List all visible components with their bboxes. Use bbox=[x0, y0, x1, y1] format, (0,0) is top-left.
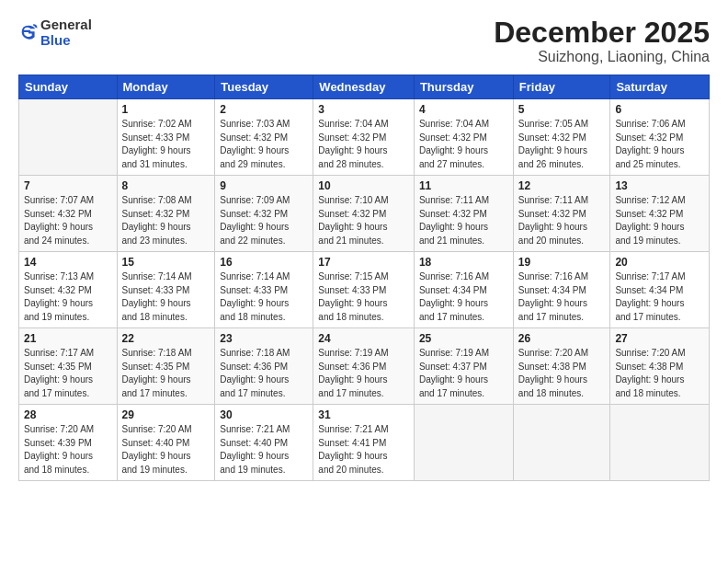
day-info: Sunrise: 7:04 AM Sunset: 4:32 PM Dayligh… bbox=[318, 118, 409, 171]
calendar-day-5-2: 29Sunrise: 7:20 AM Sunset: 4:40 PM Dayli… bbox=[117, 405, 215, 481]
calendar-day-2-6: 12Sunrise: 7:11 AM Sunset: 4:32 PM Dayli… bbox=[513, 176, 610, 252]
calendar-week-5: 28Sunrise: 7:20 AM Sunset: 4:39 PM Dayli… bbox=[19, 405, 710, 481]
day-number: 20 bbox=[615, 256, 704, 269]
calendar-day-1-2: 1Sunrise: 7:02 AM Sunset: 4:33 PM Daylig… bbox=[117, 99, 215, 176]
day-info: Sunrise: 7:02 AM Sunset: 4:33 PM Dayligh… bbox=[122, 118, 210, 171]
day-info: Sunrise: 7:18 AM Sunset: 4:35 PM Dayligh… bbox=[122, 347, 210, 400]
calendar-day-2-4: 10Sunrise: 7:10 AM Sunset: 4:32 PM Dayli… bbox=[313, 176, 415, 252]
page: General Blue December 2025 Suizhong, Lia… bbox=[0, 0, 728, 563]
calendar-day-4-4: 24Sunrise: 7:19 AM Sunset: 4:36 PM Dayli… bbox=[313, 328, 415, 405]
logo-icon bbox=[18, 22, 39, 42]
calendar-day-4-7: 27Sunrise: 7:20 AM Sunset: 4:38 PM Dayli… bbox=[610, 328, 710, 405]
day-number: 29 bbox=[122, 408, 210, 421]
calendar-header-row: SundayMondayTuesdayWednesdayThursdayFrid… bbox=[19, 75, 710, 99]
calendar-day-5-4: 31Sunrise: 7:21 AM Sunset: 4:41 PM Dayli… bbox=[313, 405, 415, 481]
day-number: 3 bbox=[318, 103, 409, 116]
header: General Blue December 2025 Suizhong, Lia… bbox=[18, 17, 710, 65]
column-header-sunday: Sunday bbox=[19, 75, 118, 99]
day-info: Sunrise: 7:17 AM Sunset: 4:35 PM Dayligh… bbox=[24, 347, 112, 400]
calendar-week-1: 1Sunrise: 7:02 AM Sunset: 4:33 PM Daylig… bbox=[19, 99, 710, 176]
calendar-day-1-5: 4Sunrise: 7:04 AM Sunset: 4:32 PM Daylig… bbox=[414, 99, 513, 176]
page-title: December 2025 bbox=[494, 17, 710, 49]
calendar-day-3-5: 18Sunrise: 7:16 AM Sunset: 4:34 PM Dayli… bbox=[414, 252, 513, 328]
calendar-day-4-5: 25Sunrise: 7:19 AM Sunset: 4:37 PM Dayli… bbox=[414, 328, 513, 405]
calendar-day-5-7 bbox=[610, 405, 710, 481]
calendar-day-2-3: 9Sunrise: 7:09 AM Sunset: 4:32 PM Daylig… bbox=[215, 176, 313, 252]
calendar-day-1-3: 2Sunrise: 7:03 AM Sunset: 4:32 PM Daylig… bbox=[215, 99, 313, 176]
calendar-day-4-6: 26Sunrise: 7:20 AM Sunset: 4:38 PM Dayli… bbox=[513, 328, 610, 405]
calendar-day-4-1: 21Sunrise: 7:17 AM Sunset: 4:35 PM Dayli… bbox=[19, 328, 118, 405]
column-header-tuesday: Tuesday bbox=[215, 75, 313, 99]
calendar-week-2: 7Sunrise: 7:07 AM Sunset: 4:32 PM Daylig… bbox=[19, 176, 710, 252]
logo: General Blue bbox=[18, 17, 92, 49]
column-header-monday: Monday bbox=[117, 75, 215, 99]
column-header-saturday: Saturday bbox=[610, 75, 710, 99]
day-number: 11 bbox=[419, 179, 508, 192]
day-number: 2 bbox=[220, 103, 308, 116]
day-number: 16 bbox=[220, 256, 308, 269]
calendar-week-3: 14Sunrise: 7:13 AM Sunset: 4:32 PM Dayli… bbox=[19, 252, 710, 328]
day-info: Sunrise: 7:16 AM Sunset: 4:34 PM Dayligh… bbox=[518, 270, 606, 324]
day-number: 12 bbox=[518, 179, 606, 192]
day-info: Sunrise: 7:18 AM Sunset: 4:36 PM Dayligh… bbox=[220, 347, 308, 400]
day-info: Sunrise: 7:20 AM Sunset: 4:38 PM Dayligh… bbox=[518, 347, 606, 400]
calendar-table: SundayMondayTuesdayWednesdayThursdayFrid… bbox=[18, 75, 710, 481]
day-number: 14 bbox=[24, 256, 112, 269]
day-info: Sunrise: 7:19 AM Sunset: 4:36 PM Dayligh… bbox=[318, 347, 409, 400]
calendar-day-3-6: 19Sunrise: 7:16 AM Sunset: 4:34 PM Dayli… bbox=[513, 252, 610, 328]
calendar-day-3-1: 14Sunrise: 7:13 AM Sunset: 4:32 PM Dayli… bbox=[19, 252, 118, 328]
day-number: 9 bbox=[220, 179, 308, 192]
day-info: Sunrise: 7:19 AM Sunset: 4:37 PM Dayligh… bbox=[419, 347, 508, 400]
day-info: Sunrise: 7:08 AM Sunset: 4:32 PM Dayligh… bbox=[122, 194, 210, 247]
day-info: Sunrise: 7:06 AM Sunset: 4:32 PM Dayligh… bbox=[615, 118, 704, 171]
calendar-day-4-2: 22Sunrise: 7:18 AM Sunset: 4:35 PM Dayli… bbox=[117, 328, 215, 405]
day-number: 23 bbox=[220, 332, 308, 345]
day-info: Sunrise: 7:17 AM Sunset: 4:34 PM Dayligh… bbox=[615, 270, 704, 324]
day-info: Sunrise: 7:16 AM Sunset: 4:34 PM Dayligh… bbox=[419, 270, 508, 324]
calendar-day-2-7: 13Sunrise: 7:12 AM Sunset: 4:32 PM Dayli… bbox=[610, 176, 710, 252]
day-number: 10 bbox=[318, 179, 409, 192]
day-info: Sunrise: 7:15 AM Sunset: 4:33 PM Dayligh… bbox=[318, 270, 409, 324]
day-info: Sunrise: 7:07 AM Sunset: 4:32 PM Dayligh… bbox=[24, 194, 112, 247]
day-info: Sunrise: 7:13 AM Sunset: 4:32 PM Dayligh… bbox=[24, 270, 112, 324]
column-header-thursday: Thursday bbox=[414, 75, 513, 99]
calendar-day-5-5 bbox=[414, 405, 513, 481]
logo-general: General bbox=[40, 17, 92, 32]
calendar-day-4-3: 23Sunrise: 7:18 AM Sunset: 4:36 PM Dayli… bbox=[215, 328, 313, 405]
calendar-day-2-5: 11Sunrise: 7:11 AM Sunset: 4:32 PM Dayli… bbox=[414, 176, 513, 252]
calendar-day-1-1 bbox=[19, 99, 118, 176]
day-info: Sunrise: 7:04 AM Sunset: 4:32 PM Dayligh… bbox=[419, 118, 508, 171]
day-number: 18 bbox=[419, 256, 508, 269]
day-number: 5 bbox=[518, 103, 606, 116]
day-info: Sunrise: 7:11 AM Sunset: 4:32 PM Dayligh… bbox=[419, 194, 508, 247]
day-number: 15 bbox=[122, 256, 210, 269]
calendar-week-4: 21Sunrise: 7:17 AM Sunset: 4:35 PM Dayli… bbox=[19, 328, 710, 405]
day-number: 13 bbox=[615, 179, 704, 192]
day-number: 25 bbox=[419, 332, 508, 345]
day-number: 21 bbox=[24, 332, 112, 345]
day-info: Sunrise: 7:12 AM Sunset: 4:32 PM Dayligh… bbox=[615, 194, 704, 247]
day-info: Sunrise: 7:20 AM Sunset: 4:40 PM Dayligh… bbox=[122, 423, 210, 477]
calendar-day-3-4: 17Sunrise: 7:15 AM Sunset: 4:33 PM Dayli… bbox=[313, 252, 415, 328]
day-info: Sunrise: 7:14 AM Sunset: 4:33 PM Dayligh… bbox=[220, 270, 308, 324]
day-info: Sunrise: 7:03 AM Sunset: 4:32 PM Dayligh… bbox=[220, 118, 308, 171]
logo-blue: Blue bbox=[40, 32, 71, 48]
day-number: 1 bbox=[122, 103, 210, 116]
day-info: Sunrise: 7:14 AM Sunset: 4:33 PM Dayligh… bbox=[122, 270, 210, 324]
calendar-day-1-7: 6Sunrise: 7:06 AM Sunset: 4:32 PM Daylig… bbox=[610, 99, 710, 176]
day-info: Sunrise: 7:21 AM Sunset: 4:40 PM Dayligh… bbox=[220, 423, 308, 477]
day-info: Sunrise: 7:09 AM Sunset: 4:32 PM Dayligh… bbox=[220, 194, 308, 247]
day-info: Sunrise: 7:20 AM Sunset: 4:39 PM Dayligh… bbox=[24, 423, 112, 477]
day-number: 7 bbox=[24, 179, 112, 192]
day-info: Sunrise: 7:11 AM Sunset: 4:32 PM Dayligh… bbox=[518, 194, 606, 247]
page-subtitle: Suizhong, Liaoning, China bbox=[494, 49, 710, 65]
day-number: 27 bbox=[615, 332, 704, 345]
day-number: 6 bbox=[615, 103, 704, 116]
calendar-day-1-6: 5Sunrise: 7:05 AM Sunset: 4:32 PM Daylig… bbox=[513, 99, 610, 176]
day-info: Sunrise: 7:10 AM Sunset: 4:32 PM Dayligh… bbox=[318, 194, 409, 247]
calendar-day-5-6 bbox=[513, 405, 610, 481]
calendar-day-3-7: 20Sunrise: 7:17 AM Sunset: 4:34 PM Dayli… bbox=[610, 252, 710, 328]
day-number: 24 bbox=[318, 332, 409, 345]
title-block: December 2025 Suizhong, Liaoning, China bbox=[494, 17, 710, 65]
calendar-day-2-1: 7Sunrise: 7:07 AM Sunset: 4:32 PM Daylig… bbox=[19, 176, 118, 252]
